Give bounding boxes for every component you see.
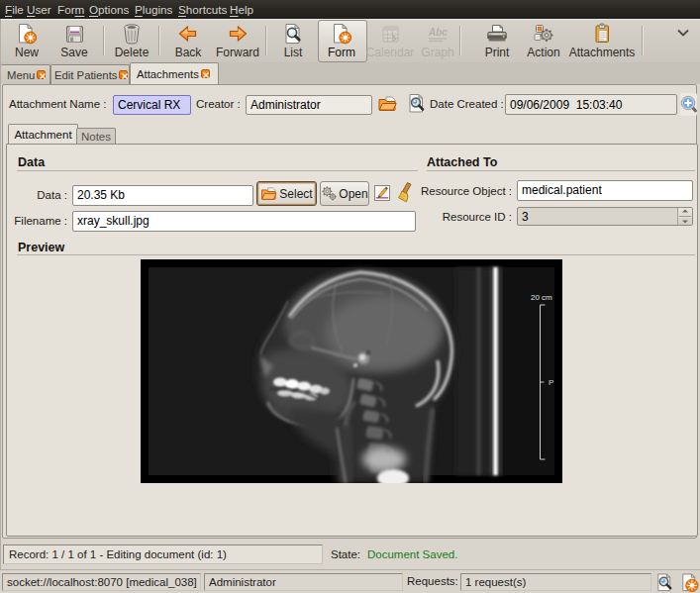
svg-text:P: P [549, 378, 553, 387]
svg-text:Abc: Abc [428, 27, 448, 38]
svg-text:20 cm: 20 cm [531, 293, 552, 302]
